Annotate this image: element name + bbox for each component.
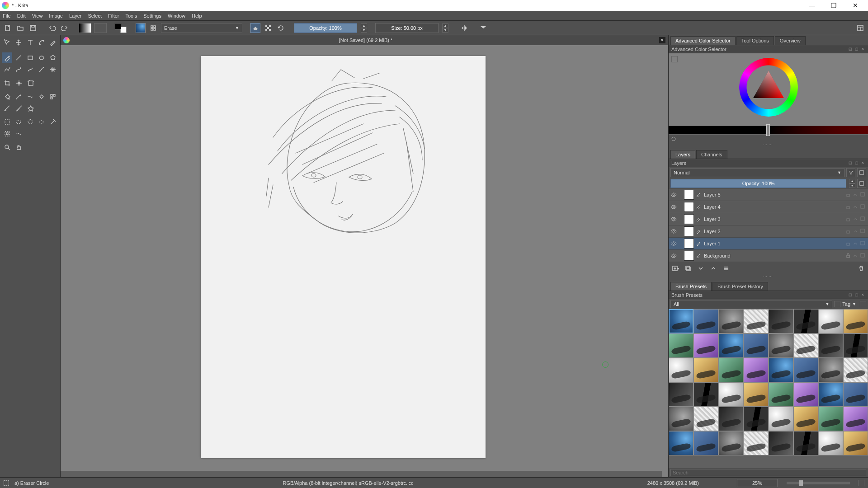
alpha-icon[interactable] (853, 228, 859, 235)
tab-channels[interactable]: Channels (696, 150, 727, 159)
tab-color-selector[interactable]: Advanced Color Selector (670, 36, 736, 45)
brush-view-toggle[interactable] (834, 301, 840, 307)
brush-preset-item[interactable] (793, 431, 818, 455)
brush-preset-item[interactable] (769, 333, 793, 358)
smart-patch-tool[interactable] (25, 91, 35, 102)
layer-row[interactable]: Layer 3 (669, 213, 868, 225)
brush-grid-options[interactable] (860, 301, 866, 307)
contiguous-select-tool[interactable] (2, 128, 13, 139)
canvas-viewport[interactable] (61, 45, 668, 477)
alpha-icon[interactable] (853, 192, 859, 198)
brush-preset-item[interactable] (818, 333, 843, 358)
brush-preset-item[interactable] (718, 407, 743, 431)
menu-edit[interactable]: Edit (17, 13, 26, 19)
brush-preset-item[interactable] (843, 407, 868, 431)
layer-name[interactable]: Layer 1 (704, 241, 844, 246)
brush-preset-item[interactable] (769, 309, 793, 333)
rectangle-tool[interactable] (25, 52, 35, 63)
brush-preset-item[interactable] (718, 358, 743, 382)
menu-settings[interactable]: Settings (143, 13, 161, 19)
brush-preset-item[interactable] (793, 358, 818, 382)
similar-select-tool[interactable] (14, 128, 24, 139)
layer-visibility-toggle[interactable] (670, 192, 677, 198)
brush-preset-item[interactable] (743, 407, 768, 431)
menu-layer[interactable]: Layer (69, 13, 82, 19)
vertical-scrollbar[interactable] (662, 45, 668, 470)
dynamic-brush-tool[interactable] (36, 64, 47, 75)
brush-preset-item[interactable] (769, 407, 793, 431)
add-layer-button[interactable]: ▾ (670, 263, 680, 273)
panel-controls[interactable]: ◱ ▢ ✕ (849, 161, 865, 165)
layer-row[interactable]: Layer 2 (669, 225, 868, 238)
brush-preset-item[interactable] (693, 358, 718, 382)
new-file-button[interactable] (3, 23, 13, 33)
color-selector-panel[interactable] (669, 53, 868, 135)
layer-name[interactable]: Layer 5 (704, 192, 844, 197)
tab-brush-presets[interactable]: Brush Presets (670, 282, 712, 291)
color-dropdown-icon[interactable] (671, 56, 678, 62)
canvas[interactable] (201, 56, 486, 458)
reference-tool[interactable] (25, 103, 36, 114)
polygon-tool[interactable] (48, 52, 58, 63)
brush-preset-item[interactable] (818, 358, 843, 382)
brush-preset-item[interactable] (718, 309, 743, 333)
tab-layers[interactable]: Layers (670, 150, 695, 159)
mirror-horizontal-button[interactable] (459, 23, 469, 33)
brush-preset-item[interactable] (793, 309, 818, 333)
blending-mode-dropdown[interactable]: Erase ▼ (161, 23, 242, 33)
opacity-slider[interactable]: Opacity: 100% (294, 23, 357, 33)
brush-preset-item[interactable] (818, 309, 843, 333)
brush-preset-item[interactable] (793, 333, 818, 358)
transform-tool[interactable] (2, 37, 12, 48)
brush-preset-item[interactable] (743, 333, 768, 358)
minimize-button[interactable]: — (805, 2, 819, 9)
size-slider[interactable]: Size: 50.00 px (375, 23, 439, 33)
mirror-vertical-button[interactable] (478, 23, 488, 33)
open-file-button[interactable] (15, 23, 25, 33)
brush-preset-item[interactable] (843, 431, 868, 455)
layer-row[interactable]: Layer 1 (669, 238, 868, 250)
alpha-icon[interactable] (853, 240, 859, 247)
layer-visibility-toggle[interactable] (670, 216, 677, 222)
alpha-icon[interactable] (853, 204, 859, 210)
brush-preset-item[interactable] (843, 309, 868, 333)
brush-preset-item[interactable] (669, 309, 693, 333)
brush-preset-item[interactable] (743, 309, 768, 333)
undo-button[interactable] (47, 23, 57, 33)
reload-preset-button[interactable] (276, 23, 286, 33)
panel-separator[interactable]: ⋯⋯ (669, 143, 868, 149)
color-history-strip[interactable] (669, 126, 868, 135)
size-spinner[interactable]: ▲▼ (442, 23, 448, 33)
brush-preset-item[interactable] (718, 431, 743, 455)
menu-view[interactable]: View (32, 13, 43, 19)
alpha-icon[interactable] (853, 216, 859, 222)
assistant-tool[interactable] (2, 103, 13, 114)
panel-separator[interactable]: ⋯⋯ (669, 275, 868, 281)
menu-file[interactable]: File (3, 13, 11, 19)
layer-blend-mode-dropdown[interactable]: Normal ▼ (670, 168, 844, 177)
measure-tool[interactable] (14, 103, 24, 114)
layer-row[interactable]: Layer 4 (669, 201, 868, 213)
layer-name[interactable]: Background (704, 253, 844, 258)
brush-preset-item[interactable] (669, 407, 693, 431)
gradient-swatch[interactable] (79, 23, 91, 33)
redo-button[interactable] (60, 23, 70, 33)
document-tab[interactable]: [Not Saved] (69.2 MiB) * ✕ (61, 35, 668, 45)
ellipse-select-tool[interactable] (13, 117, 24, 127)
layer-properties-button[interactable] (721, 263, 731, 273)
brush-preset-item[interactable] (843, 333, 868, 358)
freehand-path-tool[interactable] (25, 64, 35, 75)
save-file-button[interactable] (28, 23, 38, 33)
lock-icon[interactable] (845, 216, 852, 222)
alpha-inherit-icon[interactable] (860, 204, 866, 210)
layer-visibility-toggle[interactable] (670, 204, 677, 210)
brush-preset-item[interactable] (669, 333, 693, 358)
delete-layer-button[interactable] (856, 263, 866, 273)
brush-preset-item[interactable] (693, 431, 718, 455)
selection-indicator-icon[interactable] (4, 480, 9, 486)
alpha-inherit-icon[interactable] (860, 192, 866, 198)
eraser-mode-button[interactable] (250, 23, 260, 33)
layer-visibility-toggle[interactable] (670, 253, 677, 259)
pattern-swatch[interactable] (94, 23, 107, 33)
brush-preset-item[interactable] (743, 382, 768, 407)
